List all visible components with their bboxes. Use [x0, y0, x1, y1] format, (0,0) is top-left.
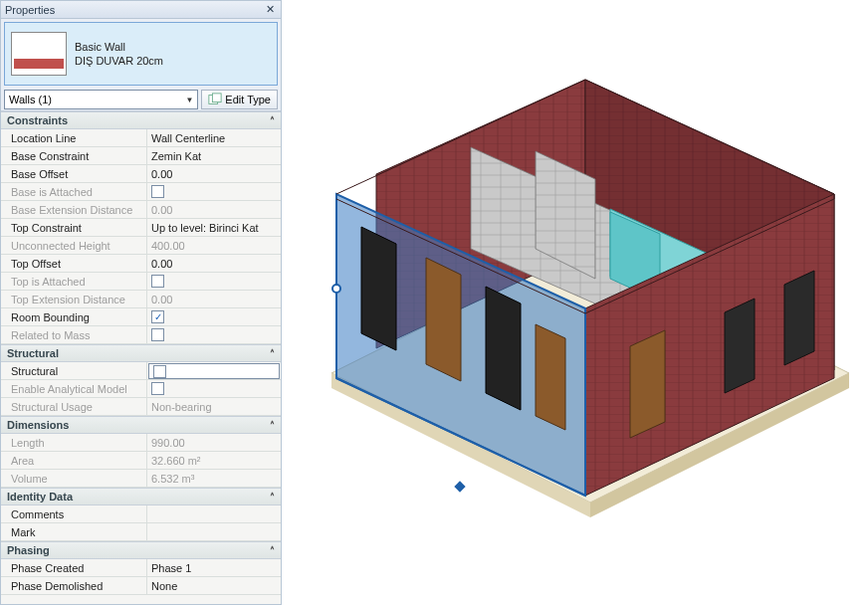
property-label: Comments [1, 505, 147, 522]
property-row[interactable]: Comments [1, 505, 281, 523]
property-label: Mark [1, 523, 147, 540]
window-right-1 [725, 299, 755, 393]
property-label: Volume [1, 470, 147, 487]
property-label: Structural [1, 362, 147, 379]
group-header[interactable]: Constraints˄ [1, 111, 281, 129]
door-left-3 [486, 287, 521, 410]
property-row[interactable]: Structural [1, 362, 281, 380]
checkbox [151, 185, 164, 198]
type-family: Basic Wall [75, 40, 163, 54]
property-row[interactable]: Top Offset0.00 [1, 255, 281, 273]
grip-icon[interactable] [332, 285, 340, 293]
property-label: Location Line [1, 129, 147, 146]
group-title: Constraints [7, 114, 68, 126]
chevron-down-icon: ▼ [185, 96, 193, 104]
property-value: 0.00 [147, 201, 281, 218]
property-label: Structural Usage [1, 398, 147, 415]
property-label: Base Extension Distance [1, 201, 147, 218]
property-value [147, 183, 281, 200]
property-label: Phase Created [1, 559, 147, 576]
property-label: Base Offset [1, 165, 147, 182]
property-label: Length [1, 434, 147, 451]
type-selector[interactable]: Basic Wall DIŞ DUVAR 20cm [4, 22, 278, 86]
group-title: Structural [7, 347, 59, 359]
collapse-icon[interactable]: ˄ [270, 115, 275, 126]
property-value[interactable]: Wall Centerline [147, 129, 281, 146]
property-row: Top is Attached [1, 273, 281, 291]
property-label: Enable Analytical Model [1, 380, 147, 397]
property-row[interactable]: Phase DemolishedNone [1, 577, 281, 595]
properties-panel: Properties ✕ Basic Wall DIŞ DUVAR 20cm W… [0, 0, 282, 605]
property-value: 400.00 [147, 237, 281, 254]
family-dropdown-label: Walls (1) [9, 94, 52, 105]
group-header[interactable]: Phasing˄ [1, 541, 281, 559]
property-row: Top Extension Distance0.00 [1, 291, 281, 308]
property-row[interactable]: Mark [1, 523, 281, 541]
property-label: Phase Demolished [1, 577, 147, 594]
property-label: Top is Attached [1, 273, 147, 290]
edit-type-icon [208, 93, 222, 106]
edit-type-label: Edit Type [225, 94, 271, 105]
group-header[interactable]: Identity Data˄ [1, 488, 281, 505]
group-header[interactable]: Dimensions˄ [1, 416, 281, 434]
property-row: Base is Attached [1, 183, 281, 201]
property-row[interactable]: Base Offset0.00 [1, 165, 281, 183]
property-value[interactable]: Zemin Kat [147, 147, 281, 164]
property-row: Length990.00 [1, 434, 281, 452]
type-text: Basic Wall DIŞ DUVAR 20cm [75, 40, 163, 68]
property-row: Structural UsageNon-bearing [1, 398, 281, 416]
property-row[interactable]: Top ConstraintUp to level: Birinci Kat [1, 219, 281, 237]
property-value[interactable] [147, 505, 281, 522]
collapse-icon[interactable]: ˄ [270, 545, 275, 556]
property-grid: Constraints˄Location LineWall Centerline… [1, 110, 281, 604]
property-value[interactable]: 0.00 [147, 165, 281, 182]
property-value: 32.660 m² [147, 452, 281, 469]
property-row[interactable]: Phase CreatedPhase 1 [1, 559, 281, 577]
collapse-icon[interactable]: ˄ [270, 420, 275, 431]
checkbox [151, 275, 164, 288]
property-label: Unconnected Height [1, 237, 147, 254]
property-row: Area32.660 m² [1, 452, 281, 470]
property-label: Related to Mass [1, 326, 147, 343]
property-label: Base is Attached [1, 183, 147, 200]
property-value[interactable]: 0.00 [147, 255, 281, 272]
property-row[interactable]: Location LineWall Centerline [1, 129, 281, 147]
property-value[interactable]: Phase 1 [147, 559, 281, 576]
property-row: Related to Mass [1, 326, 281, 344]
flip-control-icon[interactable] [454, 481, 465, 492]
property-value[interactable] [147, 523, 281, 540]
property-value [147, 380, 281, 397]
checkbox [151, 382, 164, 395]
property-value[interactable]: Up to level: Birinci Kat [147, 219, 281, 236]
property-value[interactable] [148, 363, 280, 379]
property-label: Area [1, 452, 147, 469]
edit-type-button[interactable]: Edit Type [201, 90, 278, 109]
checkbox[interactable] [153, 365, 166, 378]
group-title: Dimensions [7, 419, 69, 431]
property-value: 990.00 [147, 434, 281, 451]
collapse-icon[interactable]: ˄ [270, 492, 275, 503]
group-title: Phasing [7, 544, 50, 556]
viewport-3d[interactable] [282, 0, 868, 605]
family-dropdown[interactable]: Walls (1) ▼ [4, 90, 198, 109]
property-value[interactable]: None [147, 577, 281, 594]
window-right-2 [784, 271, 814, 365]
panel-header: Properties ✕ [1, 1, 281, 19]
property-row: Enable Analytical Model [1, 380, 281, 398]
close-icon[interactable]: ✕ [263, 3, 277, 17]
group-header[interactable]: Structural˄ [1, 344, 281, 362]
door-right [630, 330, 665, 438]
door-left-2 [426, 258, 461, 381]
property-label: Top Constraint [1, 219, 147, 236]
door-left-4 [536, 324, 565, 430]
property-row[interactable]: Room Bounding✓ [1, 308, 281, 326]
property-row: Unconnected Height400.00 [1, 237, 281, 255]
property-value[interactable]: ✓ [147, 308, 281, 325]
property-value: 0.00 [147, 291, 281, 307]
checkbox[interactable]: ✓ [151, 310, 164, 323]
collapse-icon[interactable]: ˄ [270, 348, 275, 359]
property-row[interactable]: Base ConstraintZemin Kat [1, 147, 281, 165]
property-row: Base Extension Distance0.00 [1, 201, 281, 219]
type-name: DIŞ DUVAR 20cm [75, 54, 163, 68]
family-row: Walls (1) ▼ Edit Type [1, 89, 281, 110]
